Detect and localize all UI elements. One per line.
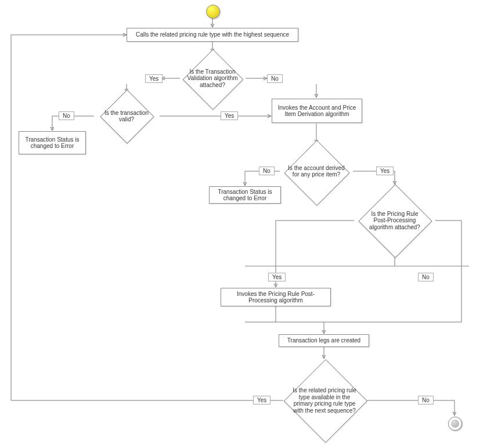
- edge-label-yes: Yes: [253, 396, 270, 404]
- decision-label: Is the account derived for any price ite…: [286, 165, 347, 178]
- process-call-rule-type: Calls the related pricing rule type with…: [127, 28, 298, 42]
- process-legs-created: Transaction legs are created: [279, 334, 369, 347]
- end-node: [448, 417, 462, 431]
- edge-label-yes: Yes: [145, 74, 163, 83]
- edge-label-yes: Yes: [221, 111, 238, 120]
- process-label: Invokes the Pricing Rule Post-Processing…: [225, 291, 327, 304]
- process-label: Transaction legs are created: [287, 337, 360, 344]
- process-label: Invokes the Account and Price Item Deriv…: [276, 104, 358, 118]
- process-label: Calls the related pricing rule type with…: [136, 31, 289, 38]
- edge-label-no: No: [259, 167, 275, 175]
- decision-post-processing-attached: Is the Pricing Rule Post-Processing algo…: [354, 185, 435, 256]
- process-invoke-post-processing: Invokes the Pricing Rule Post-Processing…: [221, 288, 331, 306]
- decision-account-derived: Is the account derived for any price ite…: [280, 144, 353, 198]
- decision-next-sequence: Is the related pricing rule type availab…: [282, 359, 367, 442]
- process-invoke-derivation: Invokes the Account and Price Item Deriv…: [272, 99, 362, 123]
- decision-transaction-valid: Is the transaction valid?: [94, 93, 159, 139]
- process-status-error-2: Transaction Status is changed to Error: [209, 186, 281, 204]
- edge-label-no: No: [267, 74, 283, 83]
- edge-label-yes: Yes: [376, 167, 394, 175]
- start-node: [206, 5, 220, 19]
- decision-validation-attached: Is the Transaction Validation algorithm …: [180, 52, 245, 104]
- join-bar: [245, 266, 469, 266]
- decision-label: Is the transaction valid?: [100, 110, 153, 123]
- decision-label: Is the related pricing rule type availab…: [291, 387, 358, 414]
- decision-label: Is the Transaction Validation algorithm …: [186, 68, 239, 89]
- process-label: Transaction Status is changed to Error: [23, 136, 82, 150]
- edge-label-no: No: [418, 396, 434, 404]
- edge-label-no: No: [59, 111, 74, 120]
- process-label: Transaction Status is changed to Error: [213, 189, 277, 202]
- edge-label-yes: Yes: [268, 273, 286, 281]
- edge-label-no: No: [418, 273, 434, 281]
- process-status-error-1: Transaction Status is changed to Error: [19, 131, 86, 154]
- decision-label: Is the Pricing Rule Post-Processing algo…: [365, 211, 425, 231]
